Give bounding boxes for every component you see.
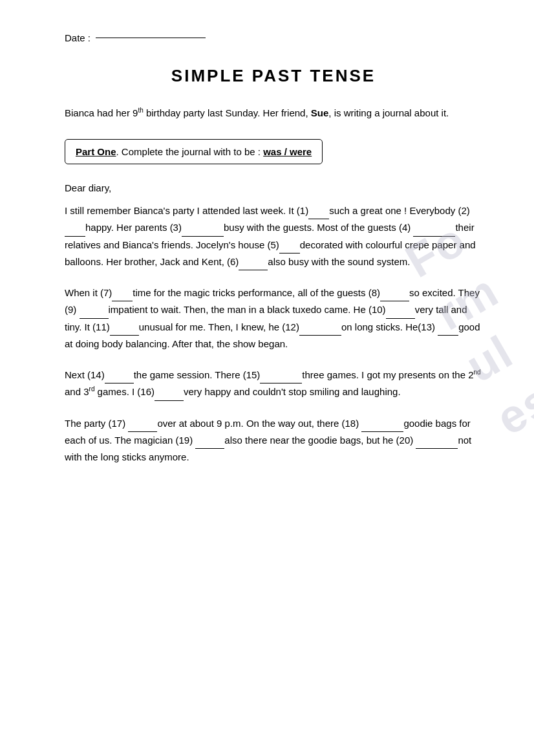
blank-19[interactable] — [195, 438, 224, 449]
blank-7[interactable] — [112, 291, 133, 301]
blank-8[interactable] — [380, 291, 409, 301]
date-line: Date : — [65, 32, 482, 43]
blank-16[interactable] — [155, 391, 184, 401]
blank-17[interactable] — [128, 422, 157, 432]
blank-15[interactable] — [260, 373, 302, 383]
intro-text: Bianca had her 9th birthday party last S… — [65, 105, 482, 121]
paragraph-2: When it (7)time for the magic tricks per… — [65, 285, 482, 352]
blank-14[interactable] — [105, 373, 134, 383]
part-one-instruction: . Complete the journal with to be : — [116, 146, 264, 157]
blank-18[interactable] — [361, 422, 403, 432]
paragraph-3: Next (14)the game session. There (15)thr… — [65, 367, 482, 401]
part-one-label: Part One — [76, 146, 116, 157]
part-one-answers: was / were — [263, 146, 312, 157]
part-one-box: Part One. Complete the journal with to b… — [65, 139, 323, 164]
page: Formules.com Date : SIMPLE PAST TENSE Bi… — [0, 0, 534, 756]
blank-13[interactable] — [438, 325, 458, 336]
blank-11[interactable] — [110, 325, 139, 336]
blank-20[interactable] — [416, 438, 458, 449]
blank-2[interactable] — [65, 226, 85, 237]
paragraph-1: I still remember Bianca's party I attend… — [65, 202, 482, 270]
blank-1[interactable] — [308, 209, 329, 219]
blank-10[interactable] — [386, 308, 415, 319]
page-title: SIMPLE PAST TENSE — [65, 66, 482, 86]
paragraph-4: The party (17) over at about 9 p.m. On t… — [65, 415, 482, 466]
blank-4[interactable] — [413, 226, 455, 237]
blank-12[interactable] — [299, 325, 341, 336]
blank-5[interactable] — [279, 243, 300, 254]
date-label: Date : — [65, 32, 91, 43]
blank-3[interactable] — [182, 226, 224, 237]
dear-diary: Dear diary, — [65, 182, 482, 193]
date-field[interactable] — [96, 38, 206, 38]
blank-9[interactable] — [80, 308, 109, 319]
blank-6[interactable] — [239, 260, 268, 270]
